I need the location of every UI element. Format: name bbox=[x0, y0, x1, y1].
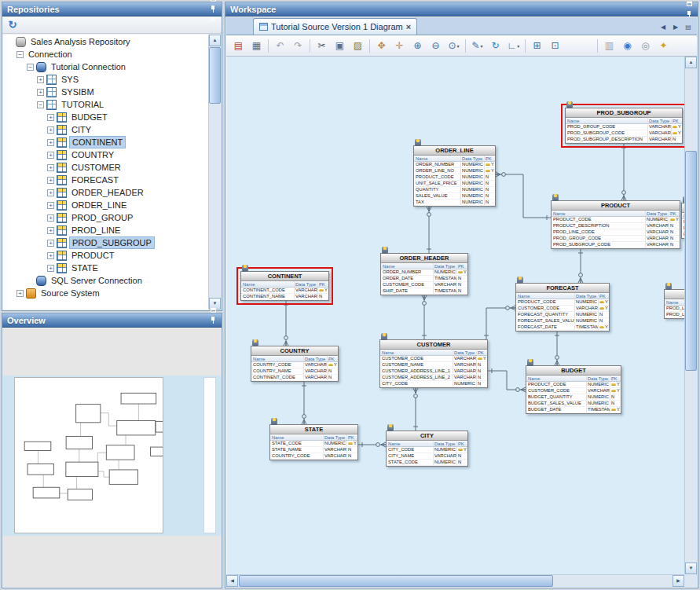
expand-icon[interactable]: + bbox=[47, 152, 54, 159]
info-button[interactable]: ◉ bbox=[619, 38, 636, 54]
overview-minimap[interactable] bbox=[3, 376, 221, 536]
tree-scrollbar-thumb[interactable] bbox=[209, 47, 221, 104]
entity-customer[interactable]: CUSTOMERNameData TypePKCUSTOMER_CODEVARC… bbox=[379, 339, 488, 388]
entity-budget[interactable]: BUDGETNameData TypePKPRODUCT_CODENUMERIC… bbox=[526, 365, 621, 414]
tree-item-source-system[interactable]: +Source System bbox=[3, 287, 208, 299]
tree-item-product[interactable]: +PRODUCT bbox=[3, 249, 208, 262]
overview-minimap-page[interactable] bbox=[14, 377, 163, 533]
tree-scrollbar[interactable]: ▲ ▼ bbox=[208, 35, 221, 310]
grid-button[interactable]: ⊞ bbox=[529, 38, 545, 54]
tree-item-tutorial-connection[interactable]: −Tutorial Connection bbox=[3, 60, 208, 73]
interactive-zoom-button[interactable]: ✛ bbox=[391, 38, 408, 54]
entity-city[interactable]: CITYNameData TypePKCITY_CODENUMERICYCITY… bbox=[386, 431, 468, 467]
dropdown-arrow-icon[interactable]: ▾ bbox=[457, 43, 460, 49]
expand-icon[interactable]: + bbox=[47, 240, 54, 247]
canvas-hscroll-thumb[interactable] bbox=[239, 575, 553, 587]
paste-button[interactable]: ▨ bbox=[350, 38, 366, 54]
entity-order_line[interactable]: ORDER_LINENameData TypePKORDER_NUMBERNUM… bbox=[413, 145, 496, 207]
expand-icon[interactable]: + bbox=[47, 164, 54, 171]
pin-button[interactable] bbox=[207, 315, 218, 325]
expand-icon[interactable]: + bbox=[37, 76, 44, 83]
expand-icon[interactable]: + bbox=[47, 114, 54, 121]
float-button[interactable] bbox=[684, 0, 695, 9]
refresh-diagram-button[interactable]: ↻ bbox=[487, 38, 504, 54]
tab-list-button[interactable]: ▤ bbox=[683, 21, 694, 32]
expand-icon[interactable]: + bbox=[47, 265, 54, 272]
entity-state[interactable]: STATENameData TypePKSTATE_CODENUMERICYST… bbox=[269, 424, 358, 460]
tree-item-sql-server-connection[interactable]: SQL Server Connection bbox=[3, 274, 208, 287]
collapse-icon[interactable]: − bbox=[27, 64, 34, 71]
tab-tutorial-source-diagram[interactable]: Tutorial Source Version 1 Diagram × bbox=[253, 18, 417, 35]
tree-item-prod-subgroup[interactable]: +PROD_SUBGROUP bbox=[3, 236, 208, 249]
entity-product[interactable]: PRODUCTNameData TypePKPRODUCT_CODENUMERI… bbox=[551, 200, 680, 249]
zoom-in-button[interactable]: ⊕ bbox=[409, 38, 426, 54]
export-image-button[interactable]: ▥ bbox=[601, 38, 618, 54]
entity-order_header[interactable]: ORDER_HEADERNameData TypePKORDER_NUMBERN… bbox=[380, 253, 468, 295]
tree-item-continent[interactable]: +CONTINENT bbox=[3, 136, 208, 148]
tree-item-country[interactable]: +COUNTRY bbox=[3, 148, 208, 161]
tree-item-forecast[interactable]: +FORECAST bbox=[3, 174, 208, 186]
cut-button[interactable]: ✂ bbox=[313, 38, 330, 54]
fit-to-window-button[interactable]: ⊡ bbox=[547, 38, 563, 54]
expand-icon[interactable]: + bbox=[47, 252, 54, 259]
tree-item-tutorial[interactable]: −TUTORIAL bbox=[3, 98, 208, 111]
tree-item-prod-line[interactable]: +PROD_LINE bbox=[3, 224, 208, 236]
scroll-up-icon[interactable]: ▲ bbox=[685, 57, 697, 68]
scroll-down-icon[interactable]: ▼ bbox=[685, 563, 697, 574]
tree-item-sales-analysis-repository[interactable]: Sales Analysis Repository bbox=[3, 35, 208, 48]
zoom-out-button[interactable]: ⊖ bbox=[427, 38, 444, 54]
collapse-icon[interactable]: − bbox=[37, 101, 44, 108]
expand-icon[interactable]: + bbox=[47, 202, 54, 209]
tab-scroll-right-button[interactable]: ▶ bbox=[670, 21, 681, 32]
zoom-mode-button[interactable]: ⊙▾ bbox=[445, 38, 462, 54]
tree-item-sysibm[interactable]: +SYSIBM bbox=[3, 86, 208, 98]
tree-item-city[interactable]: +CITY bbox=[3, 123, 208, 136]
tree-item-order-header[interactable]: +ORDER_HEADER bbox=[3, 186, 208, 199]
relationship-button[interactable]: ∟▾ bbox=[505, 38, 522, 54]
expand-icon[interactable]: + bbox=[47, 126, 54, 134]
entity-country[interactable]: COUNTRYNameData TypePKCOUNTRY_CODEVARCHA… bbox=[251, 346, 339, 382]
highlight-mode-button[interactable]: ◎ bbox=[637, 38, 654, 54]
canvas-vertical-scrollbar[interactable]: ▲ ▼ bbox=[684, 57, 697, 574]
print-button[interactable]: ▦ bbox=[248, 38, 265, 54]
scroll-up-icon[interactable]: ▲ bbox=[209, 35, 221, 46]
expand-icon[interactable]: + bbox=[47, 139, 54, 146]
tree-item-budget[interactable]: +BUDGET bbox=[3, 111, 208, 123]
tree-item-connection[interactable]: −Connection bbox=[3, 48, 208, 60]
copy-button[interactable]: ▣ bbox=[332, 38, 348, 54]
tree-item-sys[interactable]: +SYS bbox=[3, 73, 208, 86]
tree-item-order-line[interactable]: +ORDER_LINE bbox=[3, 199, 208, 211]
tab-scroll-left-button[interactable]: ◀ bbox=[658, 21, 669, 32]
pan-button[interactable]: ✥ bbox=[373, 38, 390, 54]
expand-icon[interactable]: + bbox=[47, 177, 54, 184]
undo-button[interactable]: ↶ bbox=[272, 38, 288, 54]
entity-prod_line[interactable]: PROD_LINENameData TypePKPROD_LINE_CODEVA… bbox=[664, 289, 686, 319]
collapse-icon[interactable]: − bbox=[16, 51, 24, 58]
float-button[interactable] bbox=[207, 305, 218, 315]
line-style-button[interactable]: ✎▾ bbox=[469, 38, 486, 54]
scroll-left-icon[interactable]: ◀ bbox=[226, 575, 238, 587]
expand-icon[interactable]: + bbox=[37, 89, 44, 96]
canvas-vscroll-thumb[interactable] bbox=[685, 151, 697, 371]
tab-close-button[interactable]: × bbox=[406, 22, 411, 31]
tree-item-customer[interactable]: +CUSTOMER bbox=[3, 161, 208, 174]
expand-icon[interactable]: + bbox=[47, 227, 54, 234]
expand-icon[interactable]: + bbox=[47, 189, 54, 196]
diagram-canvas[interactable]: ORDER_LINENameData TypePKORDER_NUMBERNUM… bbox=[227, 57, 686, 577]
entity-prod_subgroup[interactable]: PROD_SUBGROUPNameData TypePKPROD_GROUP_C… bbox=[565, 108, 683, 144]
expand-icon[interactable]: + bbox=[47, 214, 54, 222]
refresh-button[interactable]: ↻ bbox=[5, 18, 20, 32]
tree-item-prod-group[interactable]: +PROD_GROUP bbox=[3, 211, 208, 224]
redo-button[interactable]: ↷ bbox=[290, 38, 306, 54]
close-button[interactable]: × bbox=[207, 14, 218, 24]
export-pdf-button[interactable]: ▤ bbox=[230, 38, 247, 54]
keys-button[interactable]: ✦ bbox=[655, 38, 672, 54]
dropdown-arrow-icon[interactable]: ▾ bbox=[517, 43, 519, 49]
expand-icon[interactable]: + bbox=[16, 290, 24, 297]
tree-item-state[interactable]: +STATE bbox=[3, 262, 208, 274]
dropdown-arrow-icon[interactable]: ▾ bbox=[481, 43, 483, 49]
entity-continent[interactable]: CONTINENTNameData TypePKCONTINENT_CODEVA… bbox=[240, 271, 329, 301]
canvas-horizontal-scrollbar[interactable]: ◀ ▶ bbox=[226, 574, 684, 587]
scroll-right-icon[interactable]: ▶ bbox=[673, 575, 684, 587]
pin-button[interactable] bbox=[207, 4, 218, 14]
